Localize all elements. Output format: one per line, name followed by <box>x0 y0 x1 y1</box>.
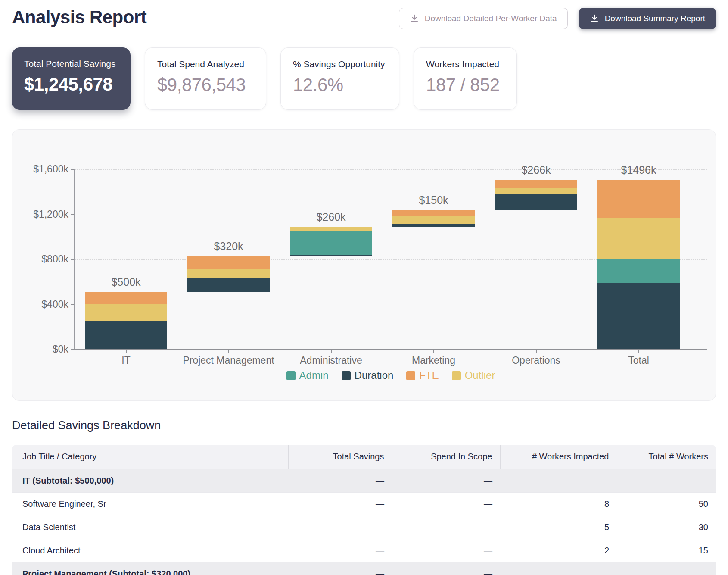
page-title: Analysis Report <box>12 7 146 28</box>
spend-in-scope-cell: — <box>392 539 500 562</box>
total-workers-cell: 30 <box>617 516 716 539</box>
table-section-title: Detailed Savings Breakdown <box>12 419 161 432</box>
download-detailed-button[interactable]: Download Detailed Per-Worker Data <box>399 8 568 29</box>
bar-segment-outlier[interactable] <box>597 218 680 259</box>
bar-segment-fte[interactable] <box>392 210 475 216</box>
job-title-cell: Software Engineer, Sr <box>12 492 288 516</box>
job-title-cell: IT (Subtotal: $500,000) <box>12 469 288 492</box>
waterfall-bar-marketing[interactable] <box>392 210 475 227</box>
y-axis-tick-label: $800k <box>12 253 68 265</box>
spend-in-scope-cell: — <box>392 562 500 575</box>
bar-segment-fte[interactable] <box>85 292 167 303</box>
x-axis-tick-mark <box>228 350 229 353</box>
table-row: Data Scientist——530 <box>12 516 716 539</box>
waterfall-bar-it[interactable] <box>85 292 167 349</box>
savings-breakdown-table-wrap: Job Title / Category Total Savings Spend… <box>12 445 716 575</box>
col-header-total-workers: Total # Workers <box>617 445 716 469</box>
table-subtotal-row: Project Management (Subtotal: $320,000)—… <box>12 562 716 575</box>
download-summary-label: Download Summary Report <box>605 14 705 23</box>
bar-segment-outlier[interactable] <box>392 216 475 224</box>
stat-label: Total Spend Analyzed <box>157 59 254 69</box>
bar-segment-duration[interactable] <box>597 283 680 349</box>
workers-impacted-cell: 2 <box>500 539 617 562</box>
bar-segment-admin[interactable] <box>597 259 680 283</box>
spend-in-scope-cell: — <box>392 492 500 516</box>
bar-value-label: $260k <box>280 211 383 223</box>
x-axis-tick-mark <box>536 350 537 353</box>
analysis-report-page: Analysis Report Download Detailed Per-Wo… <box>0 0 728 575</box>
waterfall-bar-total[interactable] <box>597 180 680 349</box>
total-savings-cell: — <box>288 516 392 539</box>
stat-value: $9,876,543 <box>157 75 254 95</box>
stat-cards-row: Total Potential Savings $1,245,678 Total… <box>12 47 517 110</box>
bar-segment-duration[interactable] <box>392 224 475 227</box>
stat-card-total-spend-analyzed: Total Spend Analyzed $9,876,543 <box>145 47 266 110</box>
bar-segment-outlier[interactable] <box>187 269 270 278</box>
download-detailed-label: Download Detailed Per-Worker Data <box>425 14 557 23</box>
workers-impacted-cell: 5 <box>500 516 617 539</box>
table-header: Job Title / Category Total Savings Spend… <box>12 445 716 469</box>
download-summary-button[interactable]: Download Summary Report <box>579 8 716 29</box>
stat-card-savings-opportunity-pct: % Savings Opportunity 12.6% <box>280 47 399 110</box>
bar-segment-duration[interactable] <box>187 278 270 293</box>
bar-segment-outlier[interactable] <box>290 227 372 231</box>
total-savings-cell: — <box>288 562 392 575</box>
legend-label: Admin <box>299 369 329 381</box>
col-header-total-savings: Total Savings <box>288 445 392 469</box>
bar-segment-duration[interactable] <box>290 255 372 256</box>
bar-segment-fte[interactable] <box>187 256 270 269</box>
bar-segment-duration[interactable] <box>495 194 577 210</box>
job-title-cell: Data Scientist <box>12 516 288 539</box>
legend-item-admin[interactable]: Admin <box>286 369 329 381</box>
stat-value: $1,245,678 <box>24 74 118 95</box>
legend-swatch-admin <box>286 371 296 380</box>
x-axis-category-label: Total <box>579 355 699 366</box>
table-row: Cloud Architect——215 <box>12 539 716 562</box>
y-axis-tick-label: $1,600k <box>12 163 68 175</box>
legend-swatch-fte <box>406 371 415 380</box>
chart-legend: AdminDurationFTEOutlier <box>75 369 707 381</box>
x-axis-tick-mark <box>433 350 434 353</box>
x-axis-tick-mark <box>638 350 639 353</box>
savings-breakdown-table: Job Title / Category Total Savings Spend… <box>12 445 716 575</box>
bar-segment-outlier[interactable] <box>495 188 577 194</box>
bar-segment-fte[interactable] <box>597 180 680 217</box>
bar-value-label: $500k <box>75 276 178 288</box>
col-header-job-title: Job Title / Category <box>12 445 288 469</box>
legend-label: Duration <box>355 369 394 381</box>
job-title-cell: Cloud Architect <box>12 539 288 562</box>
waterfall-bar-administrative[interactable] <box>290 227 372 256</box>
total-savings-cell: — <box>288 469 392 492</box>
bar-segment-duration[interactable] <box>85 321 167 349</box>
y-axis-tick-label: $400k <box>12 299 68 310</box>
x-axis-tick-mark <box>126 350 127 353</box>
x-axis-line <box>74 349 707 350</box>
download-icon <box>410 14 419 23</box>
header-buttons: Download Detailed Per-Worker Data Downlo… <box>399 8 716 29</box>
bar-segment-fte[interactable] <box>495 180 577 188</box>
download-icon <box>590 14 599 23</box>
legend-swatch-outlier <box>452 371 461 380</box>
legend-swatch-duration <box>342 371 351 380</box>
stat-value: 12.6% <box>293 75 387 95</box>
x-axis-tick-mark <box>331 350 332 353</box>
bar-segment-admin[interactable] <box>290 231 372 255</box>
waterfall-bar-operations[interactable] <box>495 180 577 210</box>
workers-impacted-cell <box>500 562 617 575</box>
legend-item-outlier[interactable]: Outlier <box>452 369 495 381</box>
job-title-cell: Project Management (Subtotal: $320,000) <box>12 562 288 575</box>
waterfall-bar-project-management[interactable] <box>187 256 270 293</box>
bar-segment-outlier[interactable] <box>85 304 167 321</box>
bar-value-label: $1496k <box>587 164 691 176</box>
total-workers-cell <box>617 469 716 492</box>
spend-in-scope-cell: — <box>392 516 500 539</box>
stat-value: 187 / 852 <box>426 75 504 95</box>
legend-label: Outlier <box>465 369 495 381</box>
workers-impacted-cell <box>500 469 617 492</box>
y-axis-line <box>74 169 75 350</box>
stat-label: % Savings Opportunity <box>293 59 387 69</box>
legend-item-duration[interactable]: Duration <box>342 369 394 381</box>
legend-item-fte[interactable]: FTE <box>406 369 439 381</box>
legend-label: FTE <box>419 369 439 381</box>
y-axis-tick-label: $1,200k <box>12 209 68 220</box>
